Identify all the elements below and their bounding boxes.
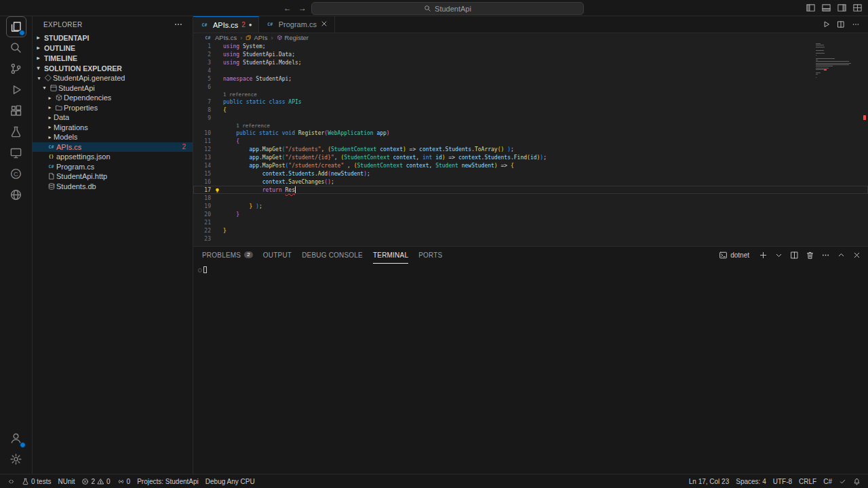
code-line[interactable]: 5namespace StudentApi; <box>193 75 868 83</box>
status-item-remote[interactable] <box>4 478 18 485</box>
tree-item-models[interactable]: ▸Models <box>33 132 193 142</box>
sidebar-section-studentapi[interactable]: ▸STUDENTAPI <box>33 33 193 43</box>
status-item-projects[interactable]: Projects: StudentApi <box>134 478 202 485</box>
breadcrumb-item[interactable]: Register <box>277 34 309 41</box>
code-line[interactable]: 3using StudentApi.Models; <box>193 58 868 66</box>
code-line[interactable]: 23 <box>193 235 868 243</box>
status-item-debug-config[interactable]: Debug Any CPU <box>202 478 258 485</box>
activity-item-testing[interactable] <box>6 121 26 142</box>
tree-item-studentapi[interactable]: ▾StudentApi <box>33 83 193 94</box>
code-line[interactable]: 2using StudentApi.Data; <box>193 50 868 58</box>
terminal-view[interactable]: ○ <box>193 264 868 474</box>
code-line[interactable]: 11 { <box>193 137 868 145</box>
tree-item-properties[interactable]: ▸Properties <box>33 103 193 113</box>
more-icon[interactable] <box>821 251 830 260</box>
status-item-language-mode[interactable]: C# <box>820 478 835 485</box>
chevron-up-icon[interactable] <box>837 251 846 260</box>
sidebar-section-solution-explorer[interactable]: ▾SOLUTION EXPLORER <box>33 63 193 73</box>
code-line[interactable]: 19 } ); <box>193 202 868 210</box>
lightbulb-icon[interactable] <box>214 187 220 193</box>
status-item-eol[interactable]: CRLF <box>795 478 820 485</box>
plus-icon[interactable] <box>759 251 768 260</box>
split-icon[interactable] <box>837 20 845 28</box>
activity-item-remote-explorer[interactable] <box>6 142 26 163</box>
activity-item-accounts[interactable] <box>6 428 26 449</box>
close-tab-icon[interactable] <box>320 20 328 29</box>
nav-forward-icon[interactable]: → <box>298 3 307 13</box>
breadcrumb-item[interactable]: APIs <box>245 34 267 41</box>
code-line[interactable]: 1using System; <box>193 42 868 50</box>
tree-item-students-db[interactable]: Students.db <box>33 182 193 192</box>
more-icon[interactable] <box>852 20 860 28</box>
status-item-notifications[interactable] <box>850 478 864 485</box>
code-line[interactable]: 6 <box>193 83 868 91</box>
activity-item-web[interactable] <box>6 184 26 205</box>
panel-tab-debug-console[interactable]: DEBUG CONSOLE <box>302 247 363 264</box>
code-line[interactable]: 18 <box>193 194 868 202</box>
activity-item-run-and-debug[interactable] <box>6 79 26 100</box>
activity-item-settings[interactable] <box>6 449 26 470</box>
code-line[interactable]: 4 <box>193 66 868 75</box>
code-line[interactable]: 14 app.MapPost("/student/create" , (Stud… <box>193 161 868 169</box>
breadcrumb-item[interactable]: C#APIs.cs <box>203 34 237 41</box>
tree-item-migrations[interactable]: ▸Migrations <box>33 123 193 133</box>
code-line[interactable]: 8{ <box>193 106 868 114</box>
minimap[interactable] <box>816 43 853 81</box>
code-line[interactable]: 16 context.SaveChanges(); <box>193 178 868 186</box>
status-item-cursor-position[interactable]: Ln 17, Col 23 <box>686 478 733 485</box>
activity-item-explorer[interactable] <box>6 16 26 37</box>
layout-grid-icon[interactable] <box>852 3 863 13</box>
trash-icon[interactable] <box>806 251 814 260</box>
status-item-language-status[interactable] <box>835 478 850 485</box>
code-line[interactable]: 12 app.MapGet("/students", (StudentConte… <box>193 145 868 153</box>
code-line[interactable]: 10 public static void Register(WebApplic… <box>193 129 868 137</box>
panel-tab-output[interactable]: OUTPUT <box>263 247 292 264</box>
activity-item-extensions[interactable] <box>6 100 26 121</box>
layout-sidebar-right-icon[interactable] <box>837 3 847 13</box>
status-item-indentation[interactable]: Spaces: 4 <box>732 478 769 485</box>
tree-item-appsettings-json[interactable]: {}appsettings.json <box>33 152 193 162</box>
tree-item-studentapi-generated[interactable]: ▾StudentApi.generated <box>33 73 193 83</box>
code-line[interactable]: 15 context.Students.Add(newStudent); <box>193 169 868 178</box>
status-item-problems[interactable]: 20 <box>78 478 113 485</box>
activity-item-dotnet-tools[interactable]: C <box>6 163 26 184</box>
nav-back-icon[interactable]: ← <box>283 3 292 13</box>
status-item-nunit[interactable]: NUnit <box>54 478 78 485</box>
code-line[interactable]: 17 return Res <box>193 186 868 194</box>
tree-item-data[interactable]: ▸Data <box>33 113 193 123</box>
sidebar-section-timeline[interactable]: ▸TIMELINE <box>33 53 193 63</box>
codelens[interactable]: 1 reference <box>193 91 868 98</box>
code-line[interactable]: 13 app.MapGet("/student/{id}", (StudentC… <box>193 153 868 161</box>
code-line[interactable]: 22} <box>193 226 868 235</box>
code-line[interactable]: 7public static class APIs <box>193 98 868 106</box>
panel-tab-problems[interactable]: PROBLEMS2 <box>202 247 253 264</box>
run-icon[interactable] <box>822 20 830 28</box>
activity-item-search[interactable] <box>6 37 26 58</box>
tree-item-apis-cs[interactable]: C#APIs.cs2 <box>33 142 193 152</box>
code-line[interactable]: 20 } <box>193 210 868 218</box>
status-item-ports[interactable]: 0 <box>114 478 134 485</box>
editor-tab-program-cs[interactable]: C#Program.cs <box>259 16 335 33</box>
panel-tab-ports[interactable]: PORTS <box>418 247 442 264</box>
command-center-search[interactable]: StudentApi <box>311 2 584 15</box>
sidebar-section-outline[interactable]: ▸OUTLINE <box>33 43 193 53</box>
tree-item-studentapi-http[interactable]: StudentApi.http <box>33 171 193 182</box>
panel-tab-terminal[interactable]: TERMINAL <box>373 247 408 264</box>
chevron-down-icon[interactable] <box>774 251 783 260</box>
terminal-instance-tab[interactable]: dotnet <box>719 251 749 260</box>
layout-panel-icon[interactable] <box>821 3 831 13</box>
code-editor[interactable]: 1using System;2using StudentApi.Data;3us… <box>193 42 868 246</box>
status-item-encoding[interactable]: UTF-8 <box>770 478 795 485</box>
tree-item-dependencies[interactable]: ▸Dependencies <box>33 93 193 103</box>
tree-item-program-cs[interactable]: C#Program.cs <box>33 162 193 172</box>
code-line[interactable]: 9 <box>193 114 868 122</box>
status-item-tests[interactable]: 0 tests <box>18 478 54 485</box>
activity-item-source-control[interactable] <box>6 58 26 79</box>
codelens[interactable]: 1 reference <box>193 122 868 129</box>
split-icon[interactable] <box>790 251 799 260</box>
sidebar-more-actions-icon[interactable] <box>174 20 183 29</box>
close-icon[interactable] <box>852 251 861 260</box>
code-line[interactable]: 21 <box>193 218 868 226</box>
layout-sidebar-icon[interactable] <box>806 3 816 13</box>
editor-tab-apis-cs[interactable]: C#APIs.cs2● <box>193 16 259 33</box>
